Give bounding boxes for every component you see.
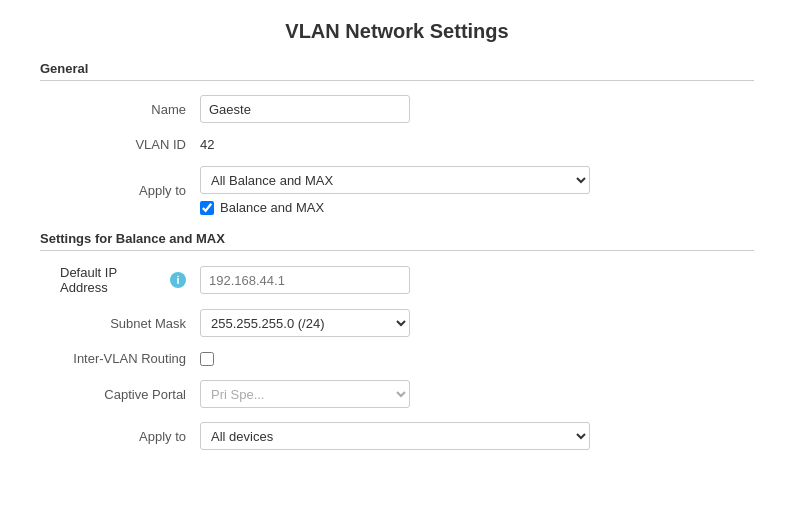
- name-label: Name: [60, 102, 200, 117]
- settings-section-header: Settings for Balance and MAX: [40, 231, 754, 251]
- vlan-id-value: 42: [200, 137, 214, 152]
- page-container: VLAN Network Settings General Name VLAN …: [0, 0, 794, 496]
- default-ip-label-container: Default IP Address i: [60, 265, 200, 295]
- apply-to-row: Apply to All Balance and MAX Balance and…: [40, 166, 754, 215]
- vlan-id-label: VLAN ID: [60, 137, 200, 152]
- subnet-mask-row: Subnet Mask 255.255.255.0 (/24) 255.255.…: [40, 309, 754, 337]
- general-section: General Name VLAN ID 42 Apply to All Bal…: [40, 61, 754, 215]
- inter-vlan-label: Inter-VLAN Routing: [60, 351, 200, 366]
- default-ip-info-icon[interactable]: i: [170, 272, 186, 288]
- page-title: VLAN Network Settings: [40, 20, 754, 43]
- name-row: Name: [40, 95, 754, 123]
- settings-section: Settings for Balance and MAX Default IP …: [40, 231, 754, 450]
- default-ip-label: Default IP Address: [60, 265, 166, 295]
- balance-max-checkbox[interactable]: [200, 201, 214, 215]
- inter-vlan-row: Inter-VLAN Routing: [40, 351, 754, 366]
- settings-apply-to-select[interactable]: All devices Custom devices: [200, 422, 590, 450]
- balance-max-checkbox-label: Balance and MAX: [220, 200, 324, 215]
- vlan-id-row: VLAN ID 42: [40, 137, 754, 152]
- apply-to-label: Apply to: [60, 183, 200, 198]
- apply-to-col: All Balance and MAX Balance and MAX Cust…: [200, 166, 590, 215]
- settings-apply-to-label: Apply to: [60, 429, 200, 444]
- apply-to-select[interactable]: All Balance and MAX Balance and MAX Cust…: [200, 166, 590, 194]
- captive-portal-label: Captive Portal: [60, 387, 200, 402]
- subnet-mask-select[interactable]: 255.255.255.0 (/24) 255.255.0.0 (/16) 25…: [200, 309, 410, 337]
- captive-portal-row: Captive Portal Pri Spe... None: [40, 380, 754, 408]
- general-section-header: General: [40, 61, 754, 81]
- captive-portal-select[interactable]: Pri Spe... None: [200, 380, 410, 408]
- settings-apply-to-row: Apply to All devices Custom devices: [40, 422, 754, 450]
- apply-to-checkbox-row: Balance and MAX: [200, 200, 590, 215]
- default-ip-row: Default IP Address i: [40, 265, 754, 295]
- default-ip-input[interactable]: [200, 266, 410, 294]
- subnet-mask-label: Subnet Mask: [60, 316, 200, 331]
- name-input[interactable]: [200, 95, 410, 123]
- inter-vlan-checkbox[interactable]: [200, 352, 214, 366]
